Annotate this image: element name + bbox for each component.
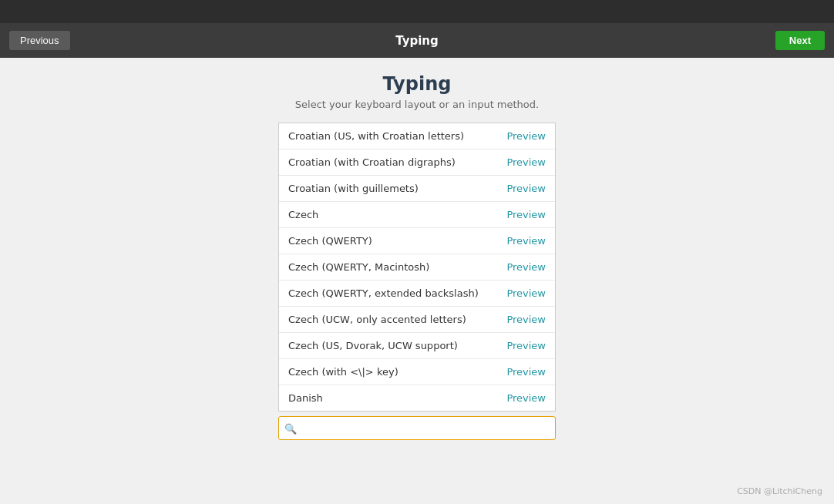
list-item-preview-link[interactable]: Preview bbox=[506, 156, 546, 168]
list-item-name: Danish bbox=[288, 392, 323, 404]
list-item[interactable]: Czech (with <\|> key)Preview bbox=[279, 359, 555, 385]
list-item-preview-link[interactable]: Preview bbox=[506, 366, 546, 378]
list-item[interactable]: CzechPreview bbox=[279, 202, 555, 228]
nav-bar: Previous Typing Next bbox=[0, 23, 834, 58]
list-item[interactable]: Czech (QWERTY)Preview bbox=[279, 228, 555, 254]
top-bar bbox=[0, 0, 834, 23]
list-item-preview-link[interactable]: Preview bbox=[506, 130, 546, 142]
list-item-name: Croatian (US, with Croatian letters) bbox=[288, 130, 464, 142]
list-item[interactable]: Czech (QWERTY, extended backslash)Previe… bbox=[279, 281, 555, 307]
list-item-preview-link[interactable]: Preview bbox=[506, 183, 546, 194]
search-icon: 🔍 bbox=[284, 422, 297, 434]
list-item-preview-link[interactable]: Preview bbox=[506, 261, 546, 273]
next-button[interactable]: Next bbox=[775, 31, 825, 50]
list-item-name: Czech (QWERTY) bbox=[288, 235, 372, 247]
list-item[interactable]: DanishPreview bbox=[279, 385, 555, 411]
list-item-name: Croatian (with Croatian digraphs) bbox=[288, 156, 456, 168]
page-subtitle: Select your keyboard layout or an input … bbox=[295, 99, 539, 110]
nav-title: Typing bbox=[395, 34, 439, 48]
list-item-preview-link[interactable]: Preview bbox=[506, 209, 546, 220]
list-item-preview-link[interactable]: Preview bbox=[506, 392, 546, 404]
list-item[interactable]: Czech (UCW, only accented letters)Previe… bbox=[279, 307, 555, 333]
list-item-name: Czech (QWERTY, Macintosh) bbox=[288, 261, 429, 273]
list-item-preview-link[interactable]: Preview bbox=[506, 314, 546, 325]
list-item[interactable]: Croatian (with guillemets)Preview bbox=[279, 176, 555, 202]
list-item[interactable]: Croatian (with Croatian digraphs)Preview bbox=[279, 150, 555, 176]
list-item-name: Croatian (with guillemets) bbox=[288, 183, 419, 194]
list-item-name: Czech (with <\|> key) bbox=[288, 366, 399, 378]
list-item-preview-link[interactable]: Preview bbox=[506, 287, 546, 299]
page-title: Typing bbox=[383, 73, 452, 95]
list-item-name: Czech (US, Dvorak, UCW support) bbox=[288, 340, 458, 351]
list-item-name: Czech (QWERTY, extended backslash) bbox=[288, 287, 479, 299]
list-item-name: Czech bbox=[288, 209, 318, 220]
main-content: Typing Select your keyboard layout or an… bbox=[0, 58, 834, 504]
previous-button[interactable]: Previous bbox=[9, 31, 70, 50]
list-item-name: Czech (UCW, only accented letters) bbox=[288, 314, 466, 325]
search-input[interactable] bbox=[278, 416, 556, 440]
list-item[interactable]: Czech (QWERTY, Macintosh)Preview bbox=[279, 254, 555, 281]
list-item[interactable]: Czech (US, Dvorak, UCW support)Preview bbox=[279, 333, 555, 359]
keyboard-layout-list[interactable]: Croatian (US, with Croatian letters)Prev… bbox=[278, 123, 556, 412]
search-container: 🔍 bbox=[278, 416, 556, 440]
list-item-preview-link[interactable]: Preview bbox=[506, 235, 546, 247]
list-item[interactable]: Croatian (US, with Croatian letters)Prev… bbox=[279, 123, 555, 150]
watermark: CSDN @LitchiCheng bbox=[737, 486, 822, 496]
list-item-preview-link[interactable]: Preview bbox=[506, 340, 546, 351]
